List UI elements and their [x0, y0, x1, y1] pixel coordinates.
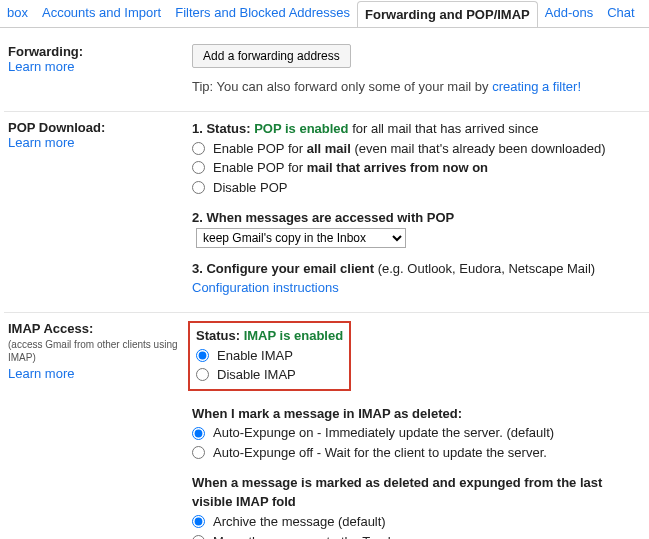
- auto-expunge-off-label: Auto-Expunge off - Wait for the client t…: [213, 443, 547, 463]
- auto-expunge-on-radio[interactable]: [192, 427, 205, 440]
- tab-filters[interactable]: Filters and Blocked Addresses: [168, 0, 357, 27]
- forwarding-section: Forwarding: Learn more Add a forwarding …: [4, 36, 649, 111]
- pop-configure-tail: (e.g. Outlook, Eudora, Netscape Mail): [374, 261, 595, 276]
- pop-configure-lead: 3. Configure your email client: [192, 261, 374, 276]
- pop-config-instructions-link[interactable]: Configuration instructions: [192, 280, 339, 295]
- expunge-archive-radio[interactable]: [192, 515, 205, 528]
- tab-addons[interactable]: Add-ons: [538, 0, 600, 27]
- pop-section: POP Download: Learn more 1. Status: POP …: [4, 111, 649, 312]
- imap-subtitle: (access Gmail from other clients using I…: [8, 338, 184, 364]
- imap-status-highlight: Status: IMAP is enabled Enable IMAP Disa…: [188, 321, 351, 391]
- expunge-archive-label: Archive the message (default): [213, 512, 386, 532]
- imap-status-value: IMAP is enabled: [244, 328, 343, 343]
- imap-mark-title: When I mark a message in IMAP as deleted…: [192, 405, 645, 424]
- auto-expunge-on-label: Auto-Expunge on - Immediately update the…: [213, 423, 554, 443]
- imap-disable-radio[interactable]: [196, 368, 209, 381]
- tab-forwarding[interactable]: Forwarding and POP/IMAP: [357, 1, 538, 28]
- add-forwarding-address-button[interactable]: Add a forwarding address: [192, 44, 351, 68]
- imap-learn-more-link[interactable]: Learn more: [8, 366, 74, 381]
- pop-status-tail: for all mail that has arrived since: [349, 121, 539, 136]
- pop-disable-label: Disable POP: [213, 178, 287, 198]
- pop-enable-all-label-c: (even mail that's already been downloade…: [351, 141, 606, 156]
- pop-status-value: POP is enabled: [254, 121, 348, 136]
- pop-enable-now-label-b: mail that arrives from now on: [307, 160, 488, 175]
- imap-section: IMAP Access: (access Gmail from other cl…: [4, 312, 649, 539]
- forwarding-tip-text: Tip: You can also forward only some of y…: [192, 79, 492, 94]
- forwarding-learn-more-link[interactable]: Learn more: [8, 59, 74, 74]
- pop-enable-all-label-a: Enable POP for: [213, 141, 307, 156]
- pop-disable-radio[interactable]: [192, 181, 205, 194]
- imap-status-label: Status:: [196, 328, 244, 343]
- forwarding-title: Forwarding:: [8, 44, 184, 59]
- pop-enable-now-label-a: Enable POP for: [213, 160, 307, 175]
- auto-expunge-off-radio[interactable]: [192, 446, 205, 459]
- pop-status-label: 1. Status:: [192, 121, 254, 136]
- imap-expunge-title: When a message is marked as deleted and …: [192, 474, 645, 512]
- pop-access-label: 2. When messages are accessed with POP: [192, 210, 454, 225]
- pop-enable-now-radio[interactable]: [192, 161, 205, 174]
- expunge-trash-radio[interactable]: [192, 535, 205, 539]
- expunge-trash-label: Move the message to the Trash: [213, 532, 395, 539]
- pop-learn-more-link[interactable]: Learn more: [8, 135, 74, 150]
- settings-tabs: box Accounts and Import Filters and Bloc…: [0, 0, 649, 28]
- pop-enable-all-radio[interactable]: [192, 142, 205, 155]
- imap-enable-radio[interactable]: [196, 349, 209, 362]
- tab-accounts[interactable]: Accounts and Import: [35, 0, 168, 27]
- imap-title: IMAP Access:: [8, 321, 184, 336]
- tab-inbox[interactable]: box: [0, 0, 35, 27]
- pop-enable-all-label-b: all mail: [307, 141, 351, 156]
- imap-enable-label: Enable IMAP: [217, 346, 293, 366]
- tab-chat[interactable]: Chat: [600, 0, 641, 27]
- pop-title: POP Download:: [8, 120, 184, 135]
- creating-filter-link[interactable]: creating a filter!: [492, 79, 581, 94]
- pop-access-select[interactable]: keep Gmail's copy in the Inbox: [196, 228, 406, 248]
- tab-labs[interactable]: Labs: [642, 0, 649, 27]
- imap-disable-label: Disable IMAP: [217, 365, 296, 385]
